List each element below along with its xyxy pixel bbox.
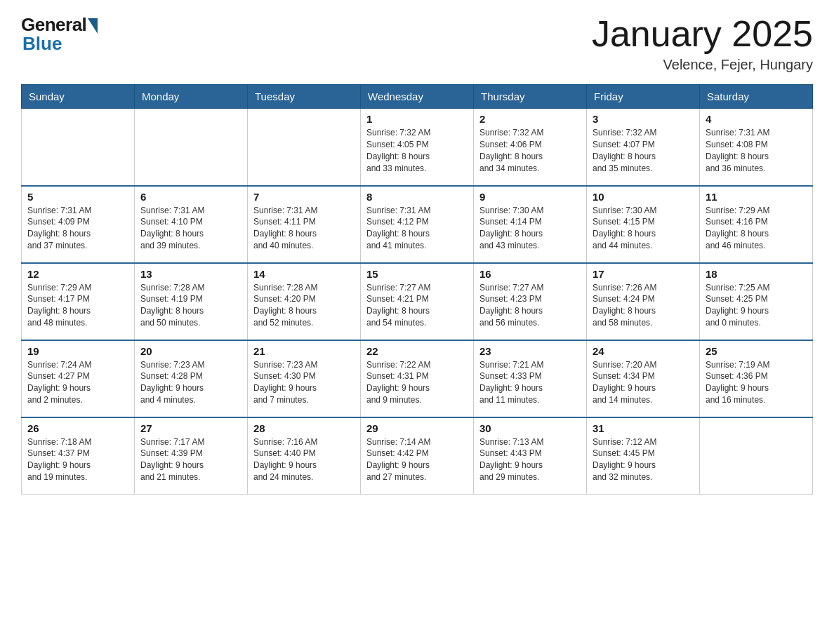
day-info: Sunrise: 7:31 AM Sunset: 4:09 PM Dayligh… [27, 205, 128, 252]
day-info: Sunrise: 7:13 AM Sunset: 4:43 PM Dayligh… [479, 436, 581, 483]
calendar-cell: 14Sunrise: 7:28 AM Sunset: 4:20 PM Dayli… [248, 263, 361, 340]
weekday-header-saturday: Saturday [700, 85, 813, 109]
day-number: 2 [479, 113, 581, 125]
day-info: Sunrise: 7:14 AM Sunset: 4:42 PM Dayligh… [366, 436, 468, 483]
day-number: 29 [366, 422, 468, 434]
logo-blue-text: Blue [22, 33, 62, 55]
day-info: Sunrise: 7:31 AM Sunset: 4:12 PM Dayligh… [366, 205, 468, 252]
calendar-week-row: 19Sunrise: 7:24 AM Sunset: 4:27 PM Dayli… [22, 340, 813, 417]
month-title: January 2025 [592, 14, 813, 54]
calendar-week-row: 26Sunrise: 7:18 AM Sunset: 4:37 PM Dayli… [22, 417, 813, 495]
day-info: Sunrise: 7:27 AM Sunset: 4:21 PM Dayligh… [366, 282, 468, 329]
calendar-cell: 17Sunrise: 7:26 AM Sunset: 4:24 PM Dayli… [587, 263, 700, 340]
day-number: 16 [479, 268, 581, 280]
calendar-week-row: 5Sunrise: 7:31 AM Sunset: 4:09 PM Daylig… [22, 186, 813, 263]
calendar-week-row: 1Sunrise: 7:32 AM Sunset: 4:05 PM Daylig… [22, 109, 813, 186]
title-area: January 2025 Velence, Fejer, Hungary [592, 14, 813, 73]
calendar-cell: 25Sunrise: 7:19 AM Sunset: 4:36 PM Dayli… [700, 340, 813, 417]
day-number: 9 [479, 191, 581, 203]
page-header: General Blue January 2025 Velence, Fejer… [21, 14, 813, 73]
calendar-cell: 28Sunrise: 7:16 AM Sunset: 4:40 PM Dayli… [248, 417, 361, 495]
calendar-cell: 18Sunrise: 7:25 AM Sunset: 4:25 PM Dayli… [700, 263, 813, 340]
calendar-cell: 22Sunrise: 7:22 AM Sunset: 4:31 PM Dayli… [361, 340, 474, 417]
day-info: Sunrise: 7:25 AM Sunset: 4:25 PM Dayligh… [706, 282, 807, 329]
day-number: 6 [140, 191, 241, 203]
calendar-cell: 29Sunrise: 7:14 AM Sunset: 4:42 PM Dayli… [361, 417, 474, 495]
day-info: Sunrise: 7:19 AM Sunset: 4:36 PM Dayligh… [706, 359, 807, 406]
weekday-header-thursday: Thursday [474, 85, 587, 109]
calendar-cell: 23Sunrise: 7:21 AM Sunset: 4:33 PM Dayli… [474, 340, 587, 417]
day-number: 13 [140, 268, 241, 280]
calendar-week-row: 12Sunrise: 7:29 AM Sunset: 4:17 PM Dayli… [22, 263, 813, 340]
day-number: 18 [706, 268, 807, 280]
calendar-cell: 15Sunrise: 7:27 AM Sunset: 4:21 PM Dayli… [361, 263, 474, 340]
day-number: 12 [27, 268, 128, 280]
calendar-cell: 6Sunrise: 7:31 AM Sunset: 4:10 PM Daylig… [135, 186, 248, 263]
calendar-cell: 5Sunrise: 7:31 AM Sunset: 4:09 PM Daylig… [22, 186, 135, 263]
day-number: 8 [366, 191, 468, 203]
day-info: Sunrise: 7:17 AM Sunset: 4:39 PM Dayligh… [140, 436, 241, 483]
weekday-header-wednesday: Wednesday [361, 85, 474, 109]
weekday-header-friday: Friday [587, 85, 700, 109]
calendar-cell: 8Sunrise: 7:31 AM Sunset: 4:12 PM Daylig… [361, 186, 474, 263]
day-number: 15 [366, 268, 468, 280]
calendar-cell [248, 109, 361, 186]
day-info: Sunrise: 7:22 AM Sunset: 4:31 PM Dayligh… [366, 359, 468, 406]
calendar-cell: 12Sunrise: 7:29 AM Sunset: 4:17 PM Dayli… [22, 263, 135, 340]
day-info: Sunrise: 7:30 AM Sunset: 4:14 PM Dayligh… [479, 205, 581, 252]
day-number: 24 [593, 345, 694, 357]
day-number: 22 [366, 345, 468, 357]
calendar-cell [22, 109, 135, 186]
day-info: Sunrise: 7:28 AM Sunset: 4:19 PM Dayligh… [140, 282, 241, 329]
day-info: Sunrise: 7:31 AM Sunset: 4:08 PM Dayligh… [706, 127, 807, 174]
day-number: 30 [479, 422, 581, 434]
logo: General Blue [21, 14, 98, 55]
day-number: 7 [253, 191, 355, 203]
location: Velence, Fejer, Hungary [592, 57, 813, 73]
day-info: Sunrise: 7:21 AM Sunset: 4:33 PM Dayligh… [479, 359, 581, 406]
calendar-cell: 4Sunrise: 7:31 AM Sunset: 4:08 PM Daylig… [700, 109, 813, 186]
day-info: Sunrise: 7:31 AM Sunset: 4:11 PM Dayligh… [253, 205, 355, 252]
day-number: 4 [706, 113, 807, 125]
day-number: 17 [593, 268, 694, 280]
weekday-header-sunday: Sunday [22, 85, 135, 109]
calendar-cell: 10Sunrise: 7:30 AM Sunset: 4:15 PM Dayli… [587, 186, 700, 263]
day-info: Sunrise: 7:28 AM Sunset: 4:20 PM Dayligh… [253, 282, 355, 329]
day-number: 11 [706, 191, 807, 203]
calendar-cell: 1Sunrise: 7:32 AM Sunset: 4:05 PM Daylig… [361, 109, 474, 186]
calendar-header-row: SundayMondayTuesdayWednesdayThursdayFrid… [22, 85, 813, 109]
day-info: Sunrise: 7:26 AM Sunset: 4:24 PM Dayligh… [593, 282, 694, 329]
calendar-table: SundayMondayTuesdayWednesdayThursdayFrid… [21, 84, 813, 495]
day-number: 14 [253, 268, 355, 280]
day-number: 21 [253, 345, 355, 357]
calendar-cell: 7Sunrise: 7:31 AM Sunset: 4:11 PM Daylig… [248, 186, 361, 263]
day-info: Sunrise: 7:23 AM Sunset: 4:30 PM Dayligh… [253, 359, 355, 406]
day-info: Sunrise: 7:27 AM Sunset: 4:23 PM Dayligh… [479, 282, 581, 329]
day-info: Sunrise: 7:12 AM Sunset: 4:45 PM Dayligh… [593, 436, 694, 483]
calendar-cell: 31Sunrise: 7:12 AM Sunset: 4:45 PM Dayli… [587, 417, 700, 495]
logo-triangle-icon [88, 18, 98, 34]
day-number: 20 [140, 345, 241, 357]
weekday-header-tuesday: Tuesday [248, 85, 361, 109]
day-info: Sunrise: 7:30 AM Sunset: 4:15 PM Dayligh… [593, 205, 694, 252]
calendar-cell: 11Sunrise: 7:29 AM Sunset: 4:16 PM Dayli… [700, 186, 813, 263]
day-number: 26 [27, 422, 128, 434]
calendar-cell: 16Sunrise: 7:27 AM Sunset: 4:23 PM Dayli… [474, 263, 587, 340]
calendar-cell: 24Sunrise: 7:20 AM Sunset: 4:34 PM Dayli… [587, 340, 700, 417]
day-number: 28 [253, 422, 355, 434]
calendar-cell: 3Sunrise: 7:32 AM Sunset: 4:07 PM Daylig… [587, 109, 700, 186]
day-info: Sunrise: 7:29 AM Sunset: 4:17 PM Dayligh… [27, 282, 128, 329]
calendar-cell: 19Sunrise: 7:24 AM Sunset: 4:27 PM Dayli… [22, 340, 135, 417]
day-info: Sunrise: 7:16 AM Sunset: 4:40 PM Dayligh… [253, 436, 355, 483]
calendar-cell [135, 109, 248, 186]
day-number: 10 [593, 191, 694, 203]
day-info: Sunrise: 7:20 AM Sunset: 4:34 PM Dayligh… [593, 359, 694, 406]
day-info: Sunrise: 7:31 AM Sunset: 4:10 PM Dayligh… [140, 205, 241, 252]
calendar-cell: 20Sunrise: 7:23 AM Sunset: 4:28 PM Dayli… [135, 340, 248, 417]
calendar-cell [700, 417, 813, 495]
day-info: Sunrise: 7:29 AM Sunset: 4:16 PM Dayligh… [706, 205, 807, 252]
calendar-cell: 21Sunrise: 7:23 AM Sunset: 4:30 PM Dayli… [248, 340, 361, 417]
day-number: 3 [593, 113, 694, 125]
day-info: Sunrise: 7:32 AM Sunset: 4:06 PM Dayligh… [479, 127, 581, 174]
calendar-cell: 9Sunrise: 7:30 AM Sunset: 4:14 PM Daylig… [474, 186, 587, 263]
